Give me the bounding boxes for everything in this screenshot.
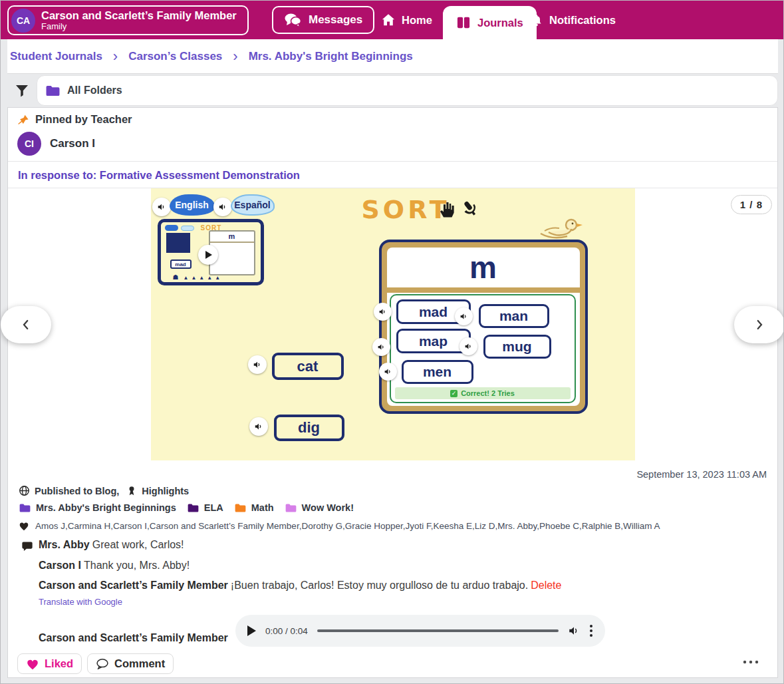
folder-chip[interactable]: Mrs. Abby's Bright Beginnings	[19, 502, 176, 513]
messages-label: Messages	[309, 13, 362, 27]
audio-menu-icon[interactable]	[589, 624, 593, 637]
sort-target-zone: mad man map mug men	[390, 294, 576, 403]
notifications-label: Notifications	[549, 14, 616, 27]
publish-status-row: Published to Blog, Highlights	[19, 485, 189, 496]
audio-mug-button[interactable]	[459, 337, 477, 355]
audio-men-button[interactable]	[379, 363, 397, 381]
pinned-label: Pinned by Teacher	[35, 113, 132, 126]
divider	[8, 161, 777, 162]
mini-hand-icon: ☗	[173, 273, 179, 281]
mini-sort-letter: m	[210, 232, 254, 243]
highlights-icon	[126, 485, 137, 496]
mini-navy-rect	[166, 233, 190, 253]
previous-page-button[interactable]	[1, 306, 51, 343]
folder-icon	[187, 503, 199, 513]
bell-icon	[530, 13, 543, 27]
folder-chip[interactable]: Math	[234, 502, 274, 513]
audio-map-button[interactable]	[372, 338, 390, 356]
breadcrumb-carsons-classes[interactable]: Carson’s Classes	[128, 50, 222, 63]
pinned-by-teacher: Pinned by Teacher	[17, 113, 132, 126]
audio-man-button[interactable]	[455, 307, 473, 325]
audio-volume-icon[interactable]	[568, 625, 580, 637]
filter-button[interactable]	[7, 83, 37, 98]
post-author[interactable]: CI Carson I	[17, 132, 95, 156]
journals-icon	[456, 16, 471, 29]
espanol-audio-button[interactable]	[213, 198, 232, 216]
folder-chip[interactable]: Wow Work!	[285, 502, 354, 513]
tab-journals[interactable]: Journals	[443, 6, 537, 39]
comment-author: Mrs. Abby	[39, 539, 90, 550]
breadcrumb-student-journals[interactable]: Student Journals	[10, 50, 102, 63]
author-avatar: CI	[17, 132, 41, 156]
instruction-video-thumbnail[interactable]: SORT mad m ☗ ▲▲▲▲▲	[158, 219, 264, 285]
journal-post-card: Pinned by Teacher CI Carson I In respons…	[7, 107, 778, 678]
breadcrumb: Student Journals › Carson’s Classes › Mr…	[7, 39, 778, 74]
liked-button[interactable]: Liked	[17, 653, 82, 674]
liked-heart-icon	[26, 658, 39, 670]
word-tile-man[interactable]: man	[479, 304, 549, 328]
more-options-button[interactable]	[743, 660, 759, 664]
messages-icon	[284, 13, 302, 27]
filter-row: All Folders	[7, 74, 778, 107]
feedback-text: Correct! 2 Tries	[461, 389, 515, 397]
folder-label: ELA	[204, 502, 223, 513]
check-icon: ✓	[450, 390, 457, 397]
published-label: Published to Blog,	[35, 486, 119, 496]
comment-text: Thank you, Mrs. Abby!	[84, 560, 190, 571]
english-button[interactable]: English	[170, 194, 215, 216]
duck-doodle	[529, 218, 588, 242]
word-tile-map[interactable]: map	[396, 329, 471, 353]
home-icon	[381, 13, 396, 27]
delete-comment-link[interactable]: Delete	[531, 580, 561, 591]
nav-notifications[interactable]: Notifications	[530, 1, 616, 39]
word-tile-men[interactable]: men	[402, 360, 473, 384]
breadcrumb-separator: ›	[233, 48, 237, 65]
page-indicator: 1 / 8	[731, 195, 772, 214]
espanol-button[interactable]: Español	[231, 194, 275, 216]
folder-chip[interactable]: ELA	[187, 502, 223, 513]
nav-home[interactable]: Home	[381, 1, 432, 39]
comment-author: Carson I	[39, 560, 81, 571]
folder-label: Math	[251, 502, 274, 513]
liked-label: Liked	[45, 657, 73, 670]
breadcrumb-separator: ›	[113, 48, 118, 65]
liked-by-row: Amos J,Carmina H,Carson I,Carson and Sca…	[19, 521, 763, 531]
audio-cat-button[interactable]	[248, 355, 267, 374]
heart-icon	[19, 521, 29, 531]
folder-label: Wow Work!	[302, 502, 354, 513]
slide-stage: English Español SORT mad m ☗	[8, 188, 777, 460]
all-folders-selector[interactable]: All Folders	[37, 75, 778, 106]
audio-mad-button[interactable]	[374, 303, 392, 321]
microphone-icon	[461, 199, 479, 218]
comment-button[interactable]: Comment	[87, 653, 174, 674]
english-label: English	[175, 200, 209, 210]
translate-link[interactable]: Translate with Google	[39, 597, 122, 607]
activity-slide: English Español SORT mad m ☗	[151, 188, 635, 460]
word-tile-cat[interactable]: cat	[272, 353, 344, 380]
audio-player[interactable]: 0:00 / 0:04	[235, 615, 605, 647]
user-role: Family	[41, 22, 237, 31]
sort-drop-area: mad man map mug men	[387, 293, 580, 406]
word-tile-mug[interactable]: mug	[483, 335, 551, 359]
breadcrumb-class-name[interactable]: Mrs. Abby's Bright Beginnings	[249, 50, 413, 63]
app-header: CA Carson and Scarlett’s Family Member F…	[1, 1, 784, 39]
messages-button[interactable]: Messages	[272, 6, 374, 34]
comment-bubble-icon	[96, 658, 109, 669]
audio-play-button[interactable]	[247, 625, 256, 636]
highlights-label: Highlights	[142, 486, 189, 496]
sort-divider-band	[387, 287, 580, 293]
play-button[interactable]	[198, 245, 218, 265]
audio-seek-bar[interactable]	[317, 629, 559, 632]
next-page-button[interactable]	[734, 306, 784, 343]
post-actions: Liked Comment	[17, 653, 174, 674]
in-response-link[interactable]: In response to: Formative Assessment Dem…	[18, 169, 300, 182]
comment-text: Great work, Carlos!	[92, 539, 184, 550]
sort-letter-header: m	[387, 248, 580, 287]
word-tile-dig[interactable]: dig	[274, 415, 344, 441]
user-badge[interactable]: CA Carson and Scarlett’s Family Member F…	[7, 5, 249, 35]
pin-icon	[17, 114, 29, 126]
audio-dig-button[interactable]	[249, 417, 268, 436]
mini-tick-marks: ▲▲▲▲▲	[184, 275, 223, 281]
english-audio-button[interactable]	[152, 198, 171, 216]
folder-icon	[234, 503, 247, 513]
